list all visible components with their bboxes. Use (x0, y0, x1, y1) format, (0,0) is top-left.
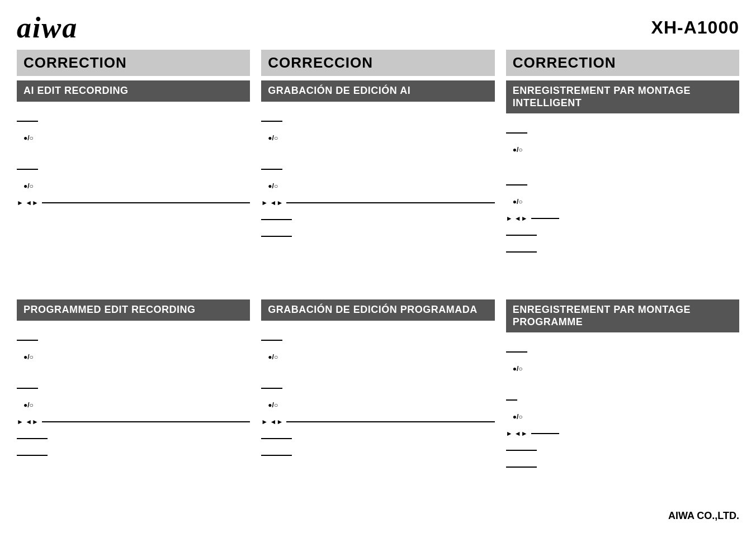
model-number: XH-A1000 (651, 17, 739, 38)
fr-bullet-1-label: ●/○ (513, 146, 523, 154)
es-bullet-1-label: ●/○ (268, 134, 278, 142)
pfr-step-bullet-2: ●/○ (506, 411, 739, 423)
prog-edit-steps-es: ●/○ ●/○ ► ◄► (261, 325, 494, 507)
pfr-step-line-3 (506, 444, 739, 456)
correction-badge-en: CORRECTION (17, 50, 250, 76)
pes-line-1a (261, 340, 282, 341)
ai-edit-steps-es: ●/○ ●/○ ► ◄► (261, 106, 494, 288)
fr-step-bullet-1: ●/○ (506, 144, 739, 156)
es-step-playback: ► ◄► (261, 197, 494, 209)
fr-line-2a (506, 184, 527, 185)
section-col-es: GRABACIÓN DE EDICIÓN AI ●/○ (256, 80, 500, 507)
fr-line-4 (506, 251, 537, 253)
p-bullet-2-label: ●/○ (23, 401, 34, 409)
prog-edit-title-en: PROGRAMMED EDIT RECORDING (23, 304, 196, 315)
pes-line-4 (261, 455, 292, 456)
prog-edit-title-es: GRABACIÓN DE EDICIÓN PROGRAMADA (268, 304, 478, 315)
prog-edit-en: PROGRAMMED EDIT RECORDING ●/○ (17, 299, 250, 507)
correction-badge-fr: CORRECTION (506, 50, 739, 76)
pes-line-long (286, 421, 494, 422)
pes-play-label: ► ◄► (261, 418, 283, 426)
footer: AIWA CO.,LTD. (17, 507, 739, 522)
ai-edit-title-en: AI EDIT RECORDING (23, 85, 129, 96)
pfr-line-long (531, 433, 559, 434)
es-line-4 (261, 236, 292, 237)
prog-edit-steps-fr: ●/○ ●/○ ► ◄► (506, 337, 739, 507)
p-step-bullet-2: ●/○ (17, 399, 250, 411)
fr-step-line-2a (506, 179, 739, 191)
correction-header-fr: CORRECTION (500, 50, 739, 80)
es-step-bullet-2: ●/○ (261, 180, 494, 192)
fr-line-1a (506, 132, 527, 134)
pes-step-playback: ► ◄► (261, 416, 494, 428)
pfr-step-line-2 (506, 394, 739, 406)
es-line-2a (261, 169, 282, 170)
p-line-3 (17, 438, 48, 439)
p-line-4 (17, 455, 48, 456)
pfr-line-2a (506, 399, 517, 401)
es-step-line-1 (261, 115, 494, 127)
aiwa-logo: aiwa (17, 11, 78, 44)
ai-edit-header-es: GRABACIÓN DE EDICIÓN AI (261, 80, 494, 102)
p-play-label: ► ◄► (17, 418, 39, 426)
bullet-1-label: ●/○ (23, 134, 34, 142)
fr-bullet-2-label: ●/○ (513, 198, 523, 206)
pes-step-line-2 (261, 382, 494, 394)
pfr-bullet-2-label: ●/○ (513, 413, 523, 421)
bullet-2-label: ●/○ (23, 182, 34, 190)
prog-edit-title-fr: ENREGISTREMENT PAR MONTAGE PROGRAMME (513, 304, 691, 327)
ai-edit-title-fr: ENREGISTREMENT PAR MONTAGE INTELLIGENT (513, 85, 691, 108)
pfr-step-playback: ► ◄► (506, 427, 739, 440)
pfr-line-3 (506, 450, 537, 451)
pfr-step-line-4 (506, 461, 739, 473)
ai-edit-header-en: AI EDIT RECORDING (17, 80, 250, 102)
pes-line-3 (261, 438, 292, 439)
prog-edit-steps-en: ●/○ ●/○ ► ◄► (17, 325, 250, 507)
line-2a (17, 169, 38, 170)
pes-step-bullet-1: ●/○ (261, 351, 494, 363)
fr-line-long (531, 218, 559, 219)
step-playback: ► ◄► (17, 197, 250, 209)
p-bullet-1-label: ●/○ (23, 353, 34, 361)
pes-step-line-4 (261, 449, 494, 461)
es-step-line-3 (261, 213, 494, 226)
p-step-line-2 (17, 382, 250, 394)
correction-badge-es: CORRECCION (261, 50, 494, 76)
fr-step-playback: ► ◄► (506, 212, 739, 225)
es-play-label: ► ◄► (261, 199, 283, 207)
p-step-playback: ► ◄► (17, 416, 250, 428)
es-line-3 (261, 219, 292, 220)
pfr-play-label: ► ◄► (506, 430, 528, 437)
ai-edit-es: GRABACIÓN DE EDICIÓN AI ●/○ (261, 80, 494, 288)
line-long (42, 202, 250, 203)
p-step-line-3 (17, 432, 250, 445)
top-headers: CORRECTION CORRECCION CORRECTION (17, 50, 739, 80)
p-step-line-1 (17, 334, 250, 346)
p-step-bullet-1: ●/○ (17, 351, 250, 363)
fr-step-line-3 (506, 229, 739, 241)
fr-step-bullet-2: ●/○ (506, 196, 739, 208)
ai-edit-steps-en: ●/○ ●/○ ► ◄► (17, 106, 250, 288)
p-line-2a (17, 388, 38, 389)
correction-header-en: CORRECTION (17, 50, 256, 80)
section-col-en: AI EDIT RECORDING ●/○ (17, 80, 256, 507)
step-line-2 (17, 163, 250, 175)
pes-step-bullet-2: ●/○ (261, 399, 494, 411)
fr-step-line-4 (506, 246, 739, 258)
pfr-bullet-1-label: ●/○ (513, 365, 523, 373)
ai-edit-en: AI EDIT RECORDING ●/○ (17, 80, 250, 288)
es-step-bullet-1: ●/○ (261, 132, 494, 144)
pfr-step-bullet-1: ●/○ (506, 363, 739, 375)
es-step-line-2 (261, 163, 494, 175)
correction-title-fr: CORRECTION (513, 54, 616, 71)
correction-title-es: CORRECCION (268, 54, 373, 71)
ai-edit-fr: ENREGISTREMENT PAR MONTAGE INTELLIGENT ●… (506, 80, 739, 288)
pfr-line-1a (506, 351, 527, 353)
es-bullet-2-label: ●/○ (268, 182, 278, 190)
p-line-1a (17, 340, 38, 341)
pes-step-line-3 (261, 432, 494, 445)
correction-header-es: CORRECCION (256, 50, 500, 80)
fr-line-3 (506, 235, 537, 236)
pes-line-2a (261, 388, 282, 389)
pes-step-line-1 (261, 334, 494, 346)
